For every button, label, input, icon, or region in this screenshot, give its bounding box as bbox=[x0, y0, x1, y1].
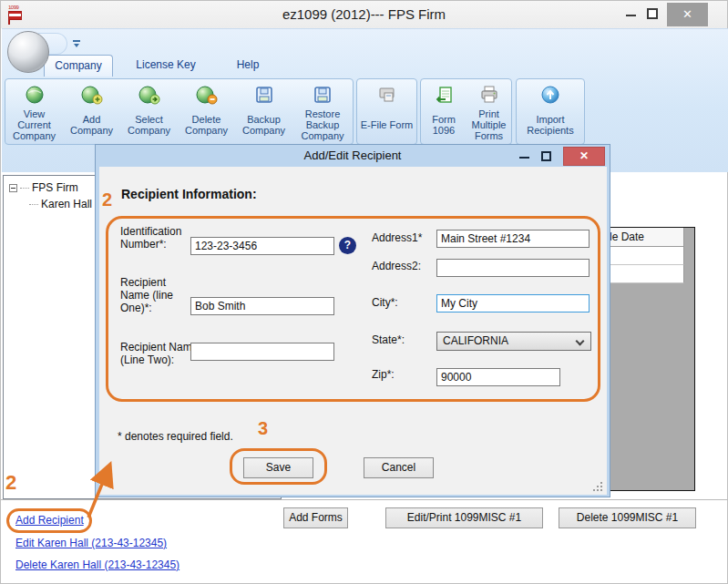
select-company-button[interactable]: Select Company bbox=[120, 79, 178, 144]
identification-number-label: Identification Number*: bbox=[120, 225, 197, 251]
add-company-button[interactable]: Add Company bbox=[63, 79, 120, 144]
maximize-icon[interactable] bbox=[647, 8, 658, 19]
close-button[interactable]: ✕ bbox=[667, 3, 708, 26]
title-bar: 1099 ez1099 (2012)--- FPS Firm ✕ bbox=[1, 1, 727, 28]
ribbon-tabs: Company License Key Help bbox=[2, 55, 728, 77]
state-selected-value: CALIFORNIA bbox=[443, 334, 508, 347]
cancel-button[interactable]: Cancel bbox=[364, 457, 434, 478]
globe-select-icon bbox=[138, 84, 160, 106]
tree-item-karen-hall[interactable]: Karen Hall ( bbox=[29, 198, 98, 210]
globe-icon bbox=[25, 84, 45, 106]
state-label: State*: bbox=[372, 333, 405, 346]
city-input[interactable] bbox=[436, 294, 590, 312]
add-forms-button[interactable]: Add Forms bbox=[283, 507, 348, 528]
recipient-name-one-label: Recipient Name (line One)*: bbox=[120, 276, 197, 314]
zip-input[interactable] bbox=[436, 368, 560, 386]
ribbon-group-company: View Current Company Add Company Select … bbox=[5, 78, 354, 145]
address1-input[interactable] bbox=[436, 230, 590, 248]
tree-item-fps-firm[interactable]: FPS Firm bbox=[9, 181, 78, 194]
window-title: ez1099 (2012)--- FPS Firm bbox=[1, 1, 727, 28]
dialog-body: Recipient Information: 2 Identification … bbox=[99, 167, 607, 495]
form-1096-button[interactable]: Form 1096 bbox=[421, 79, 467, 144]
zip-label: Zip*: bbox=[372, 368, 395, 381]
address2-label: Address2: bbox=[372, 260, 421, 272]
section-title: Recipient Information: bbox=[121, 187, 257, 201]
save-button[interactable]: Save bbox=[243, 457, 313, 478]
dialog-close-button[interactable]: ✕ bbox=[563, 147, 605, 166]
efile-machine-icon bbox=[377, 84, 397, 106]
identification-number-input[interactable] bbox=[190, 237, 334, 255]
quick-access-dropdown-arrow-icon[interactable] bbox=[74, 44, 79, 47]
required-field-note: * denotes required field. bbox=[118, 430, 233, 443]
tree-connector bbox=[20, 188, 29, 189]
dialog-title: Add/Edit Recipient bbox=[96, 145, 610, 167]
annotation-step-2-link: 2 bbox=[5, 471, 16, 495]
view-current-company-button[interactable]: View Current Company bbox=[5, 79, 63, 144]
annotation-step-3: 3 bbox=[258, 418, 268, 439]
printer-icon bbox=[479, 84, 499, 106]
delete-company-button[interactable]: Delete Company bbox=[178, 79, 235, 144]
globe-plus-icon bbox=[81, 84, 103, 106]
tab-help[interactable]: Help bbox=[224, 55, 272, 77]
restore-backup-company-button[interactable]: Restore Backup Company bbox=[292, 79, 353, 144]
add-edit-recipient-dialog: Add/Edit Recipient ✕ Recipient Informati… bbox=[95, 144, 610, 497]
ribbon-group-forms: Form 1096 Print Multiple Forms bbox=[420, 78, 512, 145]
resize-grip[interactable] bbox=[593, 482, 602, 491]
globe-minus-icon bbox=[196, 84, 218, 106]
annotation-step-2: 2 bbox=[102, 190, 112, 210]
tree-connector bbox=[29, 204, 38, 205]
dialog-minimize-icon[interactable] bbox=[519, 157, 529, 159]
app-window: 1099 ez1099 (2012)--- FPS Firm ✕ Company… bbox=[0, 0, 728, 584]
floppy-disk-icon bbox=[313, 84, 333, 106]
address2-input[interactable] bbox=[436, 259, 590, 277]
recipient-name-two-input[interactable] bbox=[190, 343, 334, 361]
panel-divider bbox=[1, 499, 728, 500]
address1-label: Address1* bbox=[372, 231, 422, 244]
edit-print-1099misc-button[interactable]: Edit/Print 1099MISC #1 bbox=[385, 507, 543, 528]
tab-license-key[interactable]: License Key bbox=[124, 55, 208, 77]
state-select[interactable]: CALIFORNIA bbox=[436, 332, 591, 351]
delete-karen-hall-link[interactable]: Delete Karen Hall (213-43-12345) bbox=[15, 558, 179, 571]
quick-access-dropdown-icon[interactable] bbox=[73, 40, 80, 42]
backup-company-button[interactable]: Backup Company bbox=[235, 79, 292, 144]
edit-karen-hall-link[interactable]: Edit Karen Hall (213-43-12345) bbox=[15, 537, 167, 549]
floppy-disk-icon bbox=[254, 84, 274, 106]
form-arrow-icon bbox=[434, 84, 454, 106]
ribbon-group-import: Import Recipients bbox=[516, 78, 585, 145]
delete-1099misc-button[interactable]: Delete 1099MISC #1 bbox=[559, 507, 696, 528]
recipient-name-one-input[interactable] bbox=[190, 297, 334, 315]
dialog-maximize-icon[interactable] bbox=[541, 151, 551, 161]
import-recipients-button[interactable]: Import Recipients bbox=[517, 79, 584, 144]
e-file-form-button[interactable]: E-File Form bbox=[357, 79, 416, 144]
chevron-down-icon bbox=[576, 337, 585, 346]
import-circle-up-arrow-icon bbox=[540, 84, 560, 106]
tree-collapse-icon[interactable] bbox=[9, 184, 17, 192]
print-multiple-forms-button[interactable]: Print Multiple Forms bbox=[467, 79, 511, 144]
add-recipient-link[interactable]: Add Recipient bbox=[15, 514, 84, 527]
tree-item-label: Karen Hall ( bbox=[41, 198, 98, 210]
recipient-name-two-label: Recipient Name (Line Two): bbox=[120, 341, 200, 366]
application-orb-button[interactable] bbox=[7, 31, 49, 73]
tab-company[interactable]: Company bbox=[44, 55, 113, 77]
city-label: City*: bbox=[372, 296, 398, 309]
help-icon[interactable]: ? bbox=[339, 237, 356, 254]
minimize-icon[interactable] bbox=[626, 15, 636, 16]
tree-item-label: FPS Firm bbox=[32, 181, 78, 194]
ribbon-group-efile: E-File Form bbox=[356, 78, 417, 145]
